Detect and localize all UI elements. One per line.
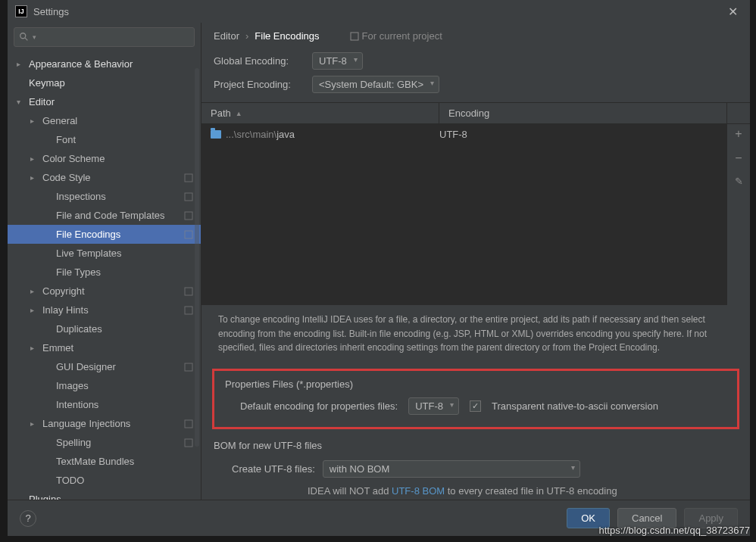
properties-encoding-select[interactable]: UTF-8	[408, 397, 459, 415]
folder-icon	[211, 130, 221, 139]
search-input[interactable]: ▾	[14, 27, 195, 47]
tree-item-color-scheme[interactable]: ▸Color Scheme	[8, 149, 201, 168]
tree-item-label: TODO	[56, 475, 84, 486]
settings-window: IJ Settings ✕ ▾ ▸Appearance & BehaviorKe…	[8, 0, 750, 536]
scope-badge-icon	[184, 192, 193, 201]
tree-item-copyright[interactable]: ▸Copyright	[8, 282, 201, 301]
project-encoding-select[interactable]: <System Default: GBK>	[312, 76, 439, 93]
tree-item-font[interactable]: Font	[8, 130, 201, 149]
tree-item-language-injections[interactable]: ▸Language Injections	[8, 414, 201, 433]
scope-badge-icon	[184, 363, 193, 372]
titlebar: IJ Settings ✕	[8, 0, 750, 23]
tree-item-file-encodings[interactable]: File Encodings	[8, 225, 201, 244]
remove-icon[interactable]: −	[735, 151, 742, 165]
tree-item-images[interactable]: Images	[8, 376, 201, 395]
tree-item-label: Intentions	[56, 399, 98, 410]
arrow-icon: ▸	[30, 173, 39, 182]
tree-item-editor[interactable]: ▾Editor	[8, 92, 201, 111]
transparent-ascii-label: Transparent native-to-ascii conversion	[492, 400, 658, 412]
scope-badge-icon	[184, 211, 193, 220]
svg-rect-3	[185, 193, 192, 201]
app-icon: IJ	[15, 5, 27, 17]
tree-item-spelling[interactable]: Spelling	[8, 433, 201, 452]
add-icon[interactable]: +	[735, 127, 742, 141]
tree-item-general[interactable]: ▸General	[8, 111, 201, 130]
tree-item-appearance-behavior[interactable]: ▸Appearance & Behavior	[8, 55, 201, 73]
global-encoding-label: Global Encoding:	[214, 55, 305, 67]
svg-rect-2	[185, 174, 192, 182]
svg-point-0	[20, 33, 26, 39]
arrow-icon: ▸	[30, 344, 39, 352]
settings-sidebar: ▾ ▸Appearance & BehaviorKeymap▾Editor▸Ge…	[8, 23, 201, 500]
arrow-icon: ▸	[30, 419, 39, 428]
row-encoding: UTF-8	[439, 129, 718, 140]
settings-tree: ▸Appearance & BehaviorKeymap▾Editor▸Gene…	[8, 51, 201, 500]
search-icon	[19, 32, 30, 42]
search-chevron-icon: ▾	[33, 33, 36, 41]
close-icon[interactable]: ✕	[723, 5, 742, 19]
project-scope-hint: For current project	[350, 30, 442, 42]
tree-item-keymap[interactable]: Keymap	[8, 73, 201, 92]
global-encoding-select[interactable]: UTF-8	[312, 52, 363, 70]
bom-link[interactable]: UTF-8 BOM	[392, 485, 445, 497]
scrollbar[interactable]	[195, 68, 199, 447]
svg-rect-9	[185, 420, 192, 428]
bom-select[interactable]: with NO BOM	[323, 460, 580, 478]
help-text: To change encoding IntelliJ IDEA uses fo…	[201, 305, 750, 363]
tree-item-file-and-code-templates[interactable]: File and Code Templates	[8, 206, 201, 225]
scope-badge-icon	[184, 419, 193, 428]
tree-item-label: Plugins	[29, 494, 61, 500]
tree-item-textmate-bundles[interactable]: TextMate Bundles	[8, 452, 201, 471]
arrow-icon: ▸	[30, 154, 39, 163]
tree-item-live-templates[interactable]: Live Templates	[8, 244, 201, 263]
help-button[interactable]: ?	[20, 510, 36, 527]
bom-note: IDEA will NOT add UTF-8 BOM to every cre…	[201, 481, 750, 500]
tree-item-label: Duplicates	[56, 323, 102, 335]
breadcrumb: Editor › File Encodings For current proj…	[201, 23, 750, 49]
tree-item-label: Font	[56, 134, 76, 145]
tree-item-label: Editor	[29, 96, 55, 107]
tree-item-label: Copyright	[42, 285, 85, 297]
project-encoding-label: Project Encoding:	[214, 79, 305, 90]
breadcrumb-root: Editor	[214, 30, 239, 42]
tree-item-label: Images	[56, 380, 89, 391]
transparent-ascii-checkbox[interactable]: ✓	[470, 400, 481, 412]
scope-badge-icon	[184, 173, 193, 182]
tree-item-label: Color Scheme	[42, 153, 105, 164]
tree-item-label: File Types	[56, 266, 101, 278]
tree-item-label: Language Injections	[42, 418, 130, 429]
tree-item-emmet[interactable]: ▸Emmet	[8, 338, 201, 357]
tree-item-code-style[interactable]: ▸Code Style	[8, 168, 201, 187]
main-panel: Editor › File Encodings For current proj…	[201, 23, 750, 500]
tree-item-label: File Encodings	[56, 229, 120, 240]
scope-badge-icon	[184, 287, 193, 296]
scope-badge-icon	[184, 438, 193, 447]
tree-item-inspections[interactable]: Inspections	[8, 187, 201, 206]
arrow-icon: ▾	[17, 98, 26, 106]
table-row[interactable]: ...\src\main\java UTF-8	[201, 124, 727, 145]
edit-icon[interactable]: ✎	[735, 176, 743, 187]
scope-badge-icon	[184, 230, 193, 239]
encoding-table: Path▲ Encoding ...\src\main\java UTF-8	[201, 102, 750, 305]
arrow-icon: ▸	[30, 306, 39, 314]
bom-label: Create UTF-8 files:	[232, 463, 315, 475]
tree-item-label: Code Style	[42, 172, 91, 183]
tree-item-inlay-hints[interactable]: ▸Inlay Hints	[8, 301, 201, 319]
tree-item-label: Keymap	[29, 77, 65, 89]
window-title: Settings	[33, 6, 723, 17]
chevron-right-icon: ›	[245, 30, 248, 42]
properties-encoding-label: Default encoding for properties files:	[240, 400, 398, 412]
tree-item-todo[interactable]: TODO	[8, 471, 201, 490]
tree-item-gui-designer[interactable]: GUI Designer	[8, 357, 201, 376]
svg-rect-4	[185, 212, 192, 220]
column-encoding[interactable]: Encoding	[439, 103, 727, 123]
tree-item-label: Inspections	[56, 191, 106, 202]
tree-item-label: Appearance & Behavior	[29, 58, 133, 70]
tree-item-intentions[interactable]: Intentions	[8, 395, 201, 414]
tree-item-label: Emmet	[42, 342, 73, 354]
tree-item-duplicates[interactable]: Duplicates	[8, 319, 201, 338]
tree-item-file-types[interactable]: File Types	[8, 263, 201, 282]
breadcrumb-current: File Encodings	[255, 30, 319, 42]
tree-item-plugins[interactable]: Plugins	[8, 490, 201, 500]
column-path[interactable]: Path▲	[201, 103, 439, 123]
